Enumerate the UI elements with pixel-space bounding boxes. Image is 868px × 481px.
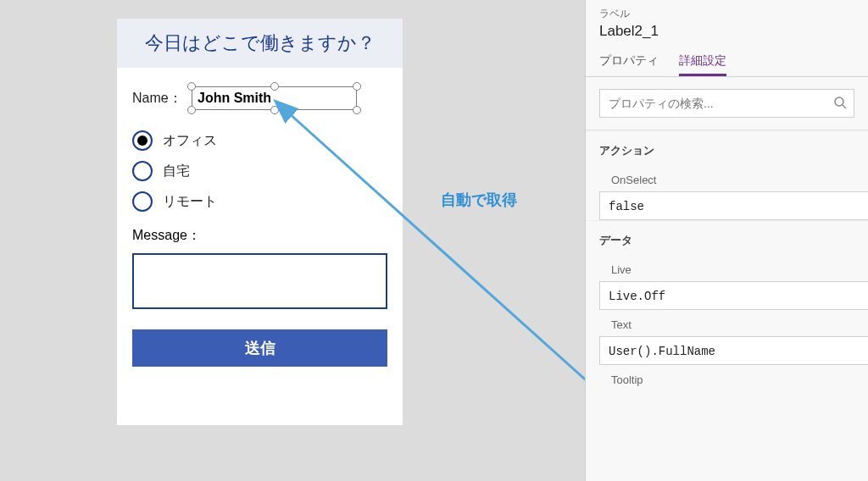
resize-handle-top-left[interactable] — [187, 82, 196, 91]
form-card: 今日はどこで働きますか？ Name： John Smith オフィス 自宅 リモ… — [117, 19, 403, 425]
submit-button[interactable]: 送信 — [132, 329, 387, 367]
prop-label-tooltip: Tooltip — [586, 365, 868, 391]
svg-line-3 — [843, 105, 846, 108]
property-search-wrap — [586, 77, 868, 130]
radio-option-home[interactable]: 自宅 — [132, 161, 387, 181]
name-row: Name： John Smith — [117, 86, 403, 110]
radio-label: リモート — [163, 193, 217, 211]
svg-point-2 — [835, 97, 843, 106]
message-textarea[interactable] — [132, 253, 387, 309]
message-label: Message： — [117, 227, 403, 245]
prop-label-text: Text — [586, 310, 868, 336]
property-search-input[interactable] — [609, 90, 821, 117]
group-header-action: アクション — [586, 130, 868, 165]
annotation-label: 自動で取得 — [441, 190, 517, 210]
resize-handle-top-right[interactable] — [353, 82, 361, 91]
resize-handle-bottom-right[interactable] — [353, 106, 361, 114]
resize-handle-bottom-left[interactable] — [187, 106, 196, 114]
tab-properties[interactable]: プロパティ — [599, 48, 659, 76]
tab-advanced[interactable]: 詳細設定 — [679, 48, 726, 76]
radio-label: オフィス — [163, 132, 217, 150]
search-icon — [833, 96, 847, 112]
panel-tabs: プロパティ 詳細設定 — [586, 48, 868, 77]
prop-value-text[interactable]: User().FullName — [599, 336, 868, 365]
resize-handle-top-center[interactable] — [270, 82, 279, 91]
prop-label-live: Live — [586, 255, 868, 281]
radio-label: 自宅 — [163, 163, 190, 180]
prop-value-onselect[interactable]: false — [599, 191, 868, 220]
radio-option-remote[interactable]: リモート — [132, 191, 387, 212]
location-radio-group: オフィス 自宅 リモート — [117, 130, 403, 212]
resize-handle-bottom-center[interactable] — [270, 106, 279, 114]
panel-control-name: Label2_1 — [586, 23, 868, 48]
panel-section-label: ラベル — [586, 0, 868, 23]
radio-circle-icon — [132, 161, 153, 181]
group-header-data: データ — [586, 220, 868, 255]
name-label: Name： — [132, 90, 192, 108]
radio-option-office[interactable]: オフィス — [132, 130, 387, 151]
name-value-label-control[interactable]: John Smith — [192, 86, 357, 110]
name-value-text: John Smith — [198, 91, 271, 106]
form-title: 今日はどこで働きますか？ — [117, 19, 403, 68]
radio-circle-icon — [132, 130, 153, 151]
prop-value-live[interactable]: Live.Off — [599, 281, 868, 310]
radio-circle-icon — [132, 191, 153, 212]
prop-label-onselect: OnSelect — [586, 165, 868, 191]
properties-panel: ラベル Label2_1 プロパティ 詳細設定 アクション OnSelect f… — [585, 0, 868, 481]
property-search-box[interactable] — [599, 89, 854, 118]
